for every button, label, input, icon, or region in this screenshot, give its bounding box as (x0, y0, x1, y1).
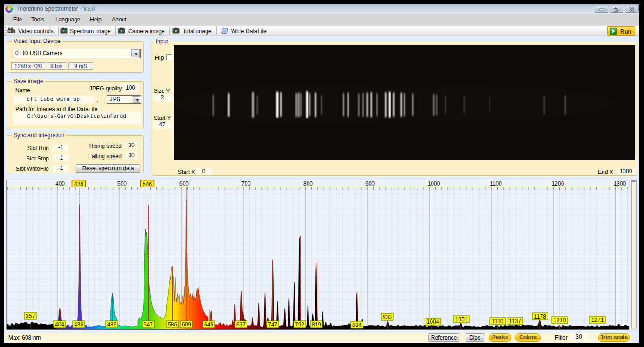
svg-text:600: 600 (179, 180, 189, 187)
svg-text:436: 436 (74, 321, 83, 328)
svg-text:1000: 1000 (428, 180, 440, 187)
svg-text:489: 489 (107, 321, 116, 328)
svg-text:500: 500 (117, 180, 127, 187)
svg-text:357: 357 (26, 313, 35, 319)
svg-text:1300: 1300 (614, 180, 626, 187)
svg-text:1110: 1110 (492, 318, 504, 325)
svg-text:1271: 1271 (591, 317, 604, 323)
svg-text:404: 404 (55, 321, 64, 328)
svg-text:792: 792 (295, 321, 304, 328)
svg-text:884: 884 (352, 322, 362, 328)
svg-text:586: 586 (168, 321, 177, 328)
svg-text:900: 900 (365, 180, 375, 187)
svg-text:1100: 1100 (490, 180, 502, 187)
svg-text:1004: 1004 (427, 319, 439, 325)
svg-text:400: 400 (55, 180, 65, 187)
svg-text:700: 700 (241, 180, 251, 187)
svg-text:1137: 1137 (509, 318, 521, 325)
svg-text:645: 645 (204, 321, 213, 328)
svg-text:800: 800 (303, 180, 313, 187)
svg-text:933: 933 (383, 314, 392, 320)
svg-text:747: 747 (268, 321, 277, 328)
svg-text:1200: 1200 (552, 180, 564, 187)
svg-text:436: 436 (74, 181, 83, 187)
svg-text:547: 547 (144, 321, 153, 328)
svg-text:1210: 1210 (554, 317, 566, 324)
svg-text:1178: 1178 (534, 313, 546, 320)
svg-text:546: 546 (143, 181, 152, 187)
svg-text:819: 819 (312, 321, 321, 328)
svg-text:609: 609 (182, 321, 191, 328)
svg-text:1051: 1051 (455, 316, 468, 323)
svg-text:697: 697 (236, 321, 246, 328)
